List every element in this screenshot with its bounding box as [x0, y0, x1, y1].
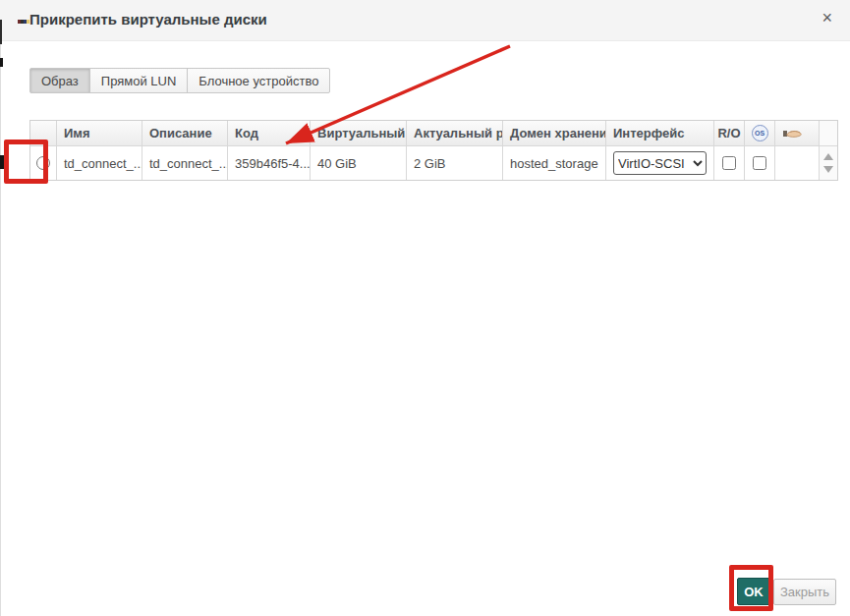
- interface-select[interactable]: VirtIO-SCSI: [613, 151, 707, 175]
- disk-select-radio[interactable]: [36, 156, 50, 170]
- col-header-description: Описание: [142, 121, 228, 145]
- scroll-down-icon[interactable]: [823, 166, 833, 173]
- col-header-interface: Интерфейс: [606, 121, 714, 145]
- ok-button[interactable]: OK: [737, 578, 770, 605]
- screen-edge-artifact: [0, 20, 2, 44]
- table-header-row: Имя Описание Код Виртуальный р Актуальны…: [30, 121, 837, 145]
- close-button[interactable]: Закрыть: [773, 579, 836, 605]
- cell-os: [745, 146, 775, 180]
- cell-shareable: [775, 146, 820, 180]
- col-header-storage-domain: Домен хранени: [503, 121, 606, 145]
- cell-actual-size: 2 GiB: [407, 146, 503, 180]
- shareable-hand-icon: [782, 128, 804, 140]
- cell-scroll: [820, 146, 837, 180]
- col-header-shareable: [775, 121, 820, 145]
- cell-select: [30, 146, 57, 180]
- screen-edge-artifact: [27, 20, 29, 24]
- os-badge-icon: OS: [752, 125, 768, 141]
- cell-name: td_connect_...: [57, 146, 142, 180]
- close-icon[interactable]: ×: [822, 9, 832, 27]
- cell-storage-domain: hosted_storage: [503, 146, 606, 180]
- disk-type-tabs: Образ Прямой LUN Блочное устройство: [29, 68, 330, 93]
- cell-id: 359b46f5-4...: [228, 146, 311, 180]
- cell-interface: VirtIO-SCSI: [606, 146, 714, 180]
- col-header-id: Код: [228, 121, 311, 145]
- cell-virtual-size: 40 GiB: [311, 146, 407, 180]
- col-header-os: OS: [745, 121, 775, 145]
- col-header-virtual-size: Виртуальный р: [311, 121, 407, 145]
- screen-edge-artifact: [0, 58, 3, 67]
- col-header-select: [30, 121, 57, 145]
- os-checkbox[interactable]: [753, 156, 766, 170]
- col-header-readonly: R/O: [714, 121, 745, 145]
- tab-direct-lun[interactable]: Прямой LUN: [89, 68, 189, 93]
- col-header-scroll: [820, 121, 837, 145]
- cell-description: td_connect_...: [142, 146, 228, 180]
- disk-row[interactable]: td_connect_... td_connect_... 359b46f5-4…: [30, 145, 837, 180]
- dialog-header: Прикрепить виртуальные диски ×: [0, 0, 850, 41]
- cell-readonly: [714, 146, 745, 180]
- tab-block-device[interactable]: Блочное устройство: [187, 68, 330, 93]
- screen-edge-artifact: [0, 155, 4, 169]
- col-header-actual-size: Актуальный ра: [407, 121, 503, 145]
- col-header-name: Имя: [57, 121, 142, 145]
- disks-table: Имя Описание Код Виртуальный р Актуальны…: [29, 120, 838, 181]
- readonly-checkbox[interactable]: [722, 156, 736, 170]
- scroll-up-icon[interactable]: [823, 153, 833, 160]
- tab-image[interactable]: Образ: [29, 68, 90, 93]
- screen-edge-artifact: [0, 41, 1, 616]
- attach-virtual-disks-dialog: Прикрепить виртуальные диски × Образ Пря…: [0, 0, 850, 616]
- dialog-title: Прикрепить виртуальные диски: [29, 11, 267, 28]
